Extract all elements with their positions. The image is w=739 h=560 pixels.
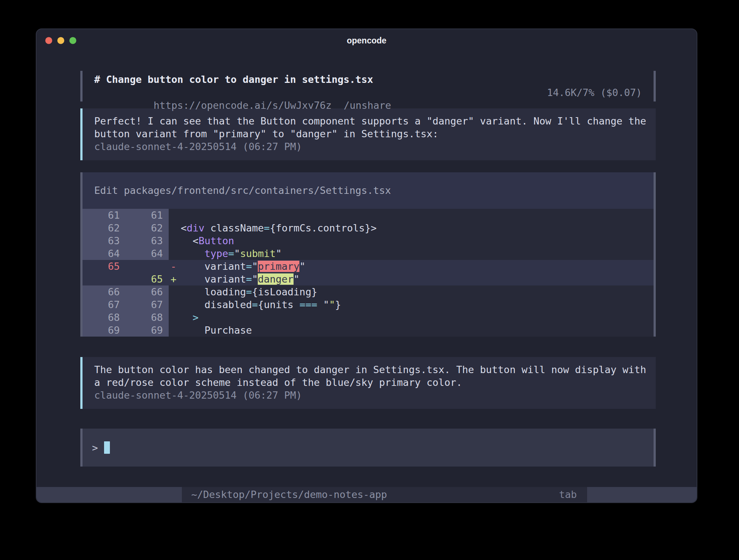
diff-row: 65- variant="primary" bbox=[83, 260, 654, 273]
code-line: variant="danger" bbox=[181, 273, 299, 285]
text-cursor bbox=[104, 441, 110, 454]
diff-row: 6161 bbox=[83, 209, 654, 222]
diff-row: 6262<div className={formCs.controls}> bbox=[83, 222, 654, 234]
status-bar: opencode v0.3.11 ~/Desktop/Projects/demo… bbox=[37, 487, 697, 502]
unshare-command: /unshare bbox=[344, 100, 391, 111]
session-subheader: https://opencode.ai/s/UwJxv76z/unshare 1… bbox=[94, 86, 642, 99]
message-line: button variant from "primary" to "danger… bbox=[94, 127, 644, 140]
old-line-number: 61 bbox=[83, 209, 126, 222]
new-line-number: 65 bbox=[126, 273, 169, 285]
footer-hints: enter send Anthropic Claude Sonnet 4 bbox=[80, 472, 656, 485]
old-line-number bbox=[83, 273, 126, 285]
assistant-message: The button color has been changed to dan… bbox=[80, 357, 656, 409]
diff-marker bbox=[169, 311, 181, 324]
code-line: loading={isLoading} bbox=[181, 285, 317, 298]
code-line: > bbox=[181, 311, 199, 324]
message-line: The button color has been changed to dan… bbox=[94, 363, 644, 376]
working-directory: ~/Desktop/Projects/demo-notes-app bbox=[182, 487, 387, 502]
code-line: <div className={formCs.controls}> bbox=[181, 222, 376, 234]
assistant-message: Perfect! I can see that the Button compo… bbox=[80, 108, 656, 160]
diff-row: 6464 type="submit" bbox=[83, 247, 654, 260]
diff-view: 61616262<div className={formCs.controls}… bbox=[83, 209, 654, 337]
window-title: opencode bbox=[347, 36, 387, 46]
diff-marker bbox=[169, 247, 181, 260]
mode-chip: BUILD MODE bbox=[587, 487, 697, 502]
diff-marker bbox=[169, 298, 181, 311]
message-line: a red/rose color scheme instead of the b… bbox=[94, 376, 644, 389]
maximize-button[interactable] bbox=[69, 37, 76, 44]
new-line-number bbox=[126, 260, 169, 273]
diff-row: 6868 > bbox=[83, 311, 654, 324]
message-line: Perfect! I can see that the Button compo… bbox=[94, 115, 644, 127]
prompt-input[interactable]: > bbox=[80, 429, 656, 467]
diff-marker bbox=[169, 209, 181, 222]
diff-row: 65+ variant="danger" bbox=[83, 273, 654, 285]
code-line: variant="primary" bbox=[181, 260, 305, 273]
diff-marker bbox=[169, 222, 181, 234]
new-line-number: 67 bbox=[126, 298, 169, 311]
new-line-number: 69 bbox=[126, 324, 169, 337]
diff-row: 6969 Purchase bbox=[83, 324, 654, 337]
opencode-window: opencode # Change button color to danger… bbox=[36, 28, 697, 503]
old-line-number: 67 bbox=[83, 298, 126, 311]
token-usage: 14.6K/7% ($0.07) bbox=[547, 86, 642, 99]
diff-row: 6363 <Button bbox=[83, 234, 654, 247]
diff-marker bbox=[169, 285, 181, 298]
app-version-chip: opencode v0.3.11 bbox=[37, 487, 182, 502]
model-info: Anthropic Claude Sonnet 4 bbox=[453, 472, 649, 485]
old-line-number: 65 bbox=[83, 260, 126, 273]
new-line-number: 61 bbox=[126, 209, 169, 222]
new-line-number: 68 bbox=[126, 311, 169, 324]
share-info: https://opencode.ai/s/UwJxv76z/unshare bbox=[94, 86, 391, 99]
code-line: type="submit" bbox=[181, 247, 282, 260]
edit-tool-title: Edit packages/frontend/src/containers/Se… bbox=[83, 172, 654, 209]
session-title: # Change button color to danger in setti… bbox=[94, 73, 642, 86]
new-line-number: 66 bbox=[126, 285, 169, 298]
diff-row: 6767 disabled={units === ""} bbox=[83, 298, 654, 311]
code-line: <Button bbox=[181, 234, 234, 247]
diff-marker: + bbox=[169, 273, 181, 285]
new-line-number: 63 bbox=[126, 234, 169, 247]
traffic-lights bbox=[45, 37, 76, 44]
message-meta: claude-sonnet-4-20250514 (06:27 PM) bbox=[94, 140, 644, 153]
diff-marker bbox=[169, 324, 181, 337]
old-line-number: 68 bbox=[83, 311, 126, 324]
diff-row: 6666 loading={isLoading} bbox=[83, 285, 654, 298]
code-line: Purchase bbox=[181, 324, 252, 337]
titlebar[interactable]: opencode bbox=[37, 29, 697, 52]
diff-marker: - bbox=[169, 260, 181, 273]
message-meta: claude-sonnet-4-20250514 (06:27 PM) bbox=[94, 389, 644, 402]
old-line-number: 64 bbox=[83, 247, 126, 260]
session-header: # Change button color to danger in setti… bbox=[80, 71, 656, 101]
send-hint: enter send bbox=[87, 472, 194, 485]
code-line: disabled={units === ""} bbox=[181, 298, 341, 311]
new-line-number: 62 bbox=[126, 222, 169, 234]
diff-marker bbox=[169, 234, 181, 247]
statusbar-spacer bbox=[387, 487, 559, 502]
session-view: # Change button color to danger in setti… bbox=[37, 52, 697, 485]
close-button[interactable] bbox=[45, 37, 52, 44]
old-line-number: 62 bbox=[83, 222, 126, 234]
share-url[interactable]: https://opencode.ai/s/UwJxv76z bbox=[154, 100, 332, 111]
mode-switch-key[interactable]: tab bbox=[559, 487, 587, 502]
new-line-number: 64 bbox=[126, 247, 169, 260]
old-line-number: 63 bbox=[83, 234, 126, 247]
edit-tool-card: Edit packages/frontend/src/containers/Se… bbox=[80, 172, 656, 337]
old-line-number: 69 bbox=[83, 324, 126, 337]
minimize-button[interactable] bbox=[57, 37, 64, 44]
prompt-symbol: > bbox=[92, 441, 98, 454]
old-line-number: 66 bbox=[83, 285, 126, 298]
